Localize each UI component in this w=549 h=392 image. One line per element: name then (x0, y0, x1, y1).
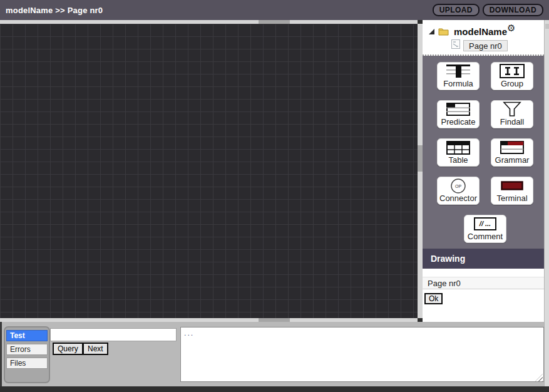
sidebar-scrollbar-track (544, 20, 549, 386)
drawing-page-item[interactable]: Page nr0 (423, 277, 544, 289)
ok-button[interactable]: Ok (424, 293, 443, 304)
palette-row: Predicate Findall (423, 100, 544, 128)
drawing-section-body: Page nr0 Ok (423, 269, 544, 322)
findall-icon (503, 101, 521, 118)
model-tree: modelName ⚙ Page nr0 (423, 20, 544, 56)
tool-findall[interactable]: Findall (491, 100, 533, 128)
sidebar: modelName ⚙ Page nr0 (423, 20, 544, 322)
tree-expander-icon[interactable] (428, 28, 435, 35)
tab-files[interactable]: Files (6, 358, 48, 369)
query-button[interactable]: Query (53, 343, 83, 355)
tool-label: Group (501, 80, 523, 88)
tool-table[interactable]: Table (437, 138, 480, 167)
palette-row: Table Grammar (423, 138, 544, 167)
folder-icon (438, 27, 449, 36)
svg-text:OP: OP (455, 183, 461, 188)
upload-button[interactable]: UPLOAD (433, 4, 480, 16)
palette-row: OP Connector Terminal (423, 177, 544, 205)
page-icon (451, 39, 460, 51)
tool-connector[interactable]: OP Connector (437, 177, 480, 205)
table-icon (446, 139, 470, 156)
query-input[interactable] (50, 328, 177, 341)
palette-row: Formula Group (423, 62, 544, 90)
tool-label: Terminal (496, 194, 527, 203)
predicate-icon (446, 101, 470, 118)
tool-comment[interactable]: // ... Comment (464, 215, 506, 243)
terminal-icon (501, 177, 523, 194)
sidebar-scrollbar-thumb[interactable] (545, 24, 549, 29)
console-output[interactable]: ... (180, 327, 544, 382)
connector-icon: OP (450, 177, 466, 194)
formula-icon (446, 63, 470, 80)
grammar-icon (500, 139, 524, 156)
next-button[interactable]: Next (83, 343, 108, 355)
topbar-actions: UPLOAD DOWNLOAD (429, 4, 543, 16)
tool-grammar[interactable]: Grammar (491, 138, 533, 167)
palette-row: // ... Comment (423, 215, 544, 243)
breadcrumb: modelName >> Page nr0 (6, 6, 103, 15)
comment-icon: // ... (474, 215, 496, 232)
bottom-panel: Test Errors Files Query Next ... (0, 322, 544, 386)
tool-formula[interactable]: Formula (437, 62, 480, 90)
bottom-tab-list: Test Errors Files (4, 326, 50, 383)
drawing-canvas[interactable] (0, 24, 418, 318)
tab-errors[interactable]: Errors (6, 344, 48, 355)
tool-label: Formula (443, 80, 473, 88)
group-icon (500, 63, 525, 80)
tool-predicate[interactable]: Predicate (437, 100, 480, 128)
download-button[interactable]: DOWNLOAD (483, 4, 543, 16)
right-splitter-track (418, 24, 423, 318)
tab-test[interactable]: Test (6, 330, 48, 341)
tool-palette: Formula Group (423, 56, 544, 249)
tool-label: Predicate (441, 118, 476, 126)
tool-label: Table (448, 156, 468, 165)
tool-label: Comment (468, 232, 503, 241)
model-name-label[interactable]: modelName (454, 26, 507, 37)
top-bar: modelName >> Page nr0 UPLOAD DOWNLOAD (0, 0, 549, 20)
tool-label: Grammar (495, 156, 530, 165)
tool-label: Findall (500, 118, 524, 126)
tool-group[interactable]: Group (491, 62, 533, 90)
tree-node-page: Page nr0 (451, 39, 544, 51)
drawing-section-header: Drawing (423, 249, 544, 269)
gear-icon[interactable]: ⚙ (507, 25, 515, 31)
tree-item-page[interactable]: Page nr0 (463, 40, 508, 51)
tree-node-model: modelName ⚙ (428, 25, 544, 38)
spacer (423, 269, 544, 277)
tool-label: Connector (439, 194, 477, 203)
right-splitter-handle[interactable] (418, 145, 423, 172)
tool-terminal[interactable]: Terminal (491, 177, 533, 205)
